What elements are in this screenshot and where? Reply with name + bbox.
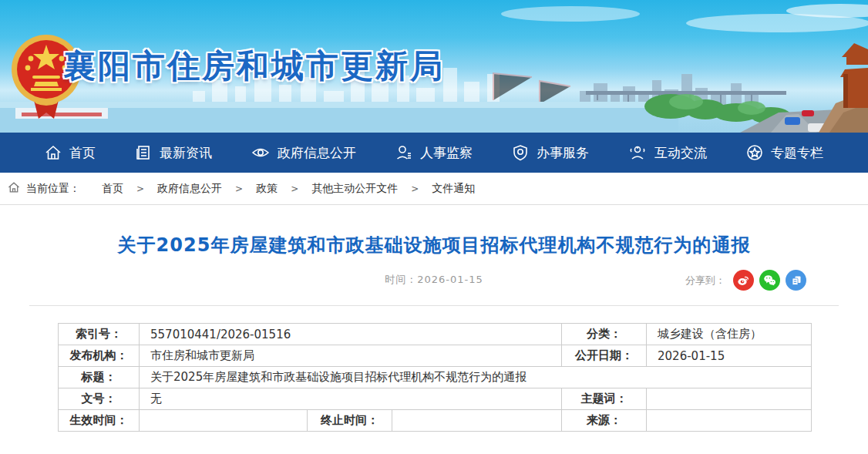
star-circle-icon: [746, 144, 763, 161]
nav-item-news[interactable]: 最新资讯: [135, 144, 212, 162]
publish-date-label: 公开日期：: [562, 345, 647, 367]
wechat-share-button[interactable]: [759, 270, 780, 291]
table-row: 标题： 关于2025年房屋建筑和市政基础设施项目招标代理机构不规范行为的通报: [59, 367, 812, 388]
doc-number-value: 无: [140, 388, 562, 410]
document-meta-table: 索引号： 557010441/2026-01516 分类： 城乡建设（含住房） …: [58, 323, 812, 432]
person-icon: [395, 144, 412, 161]
effective-date-value: [140, 410, 308, 432]
main-navigation: 首页 最新资讯 政府信息公开 人事监察 办事服务 互动交流 专题专栏: [0, 133, 868, 173]
doc-number-label: 文号：: [59, 388, 140, 410]
article-meta-row: 时间：2026-01-15 分享到：: [0, 268, 868, 291]
nav-item-special-columns[interactable]: 专题专栏: [746, 144, 823, 162]
share-label: 分享到：: [685, 274, 725, 288]
doc-title-value: 关于2025年房屋建筑和市政基础设施项目招标代理机构不规范行为的通报: [140, 367, 812, 388]
breadcrumb-link-other-public-docs[interactable]: 其他主动公开文件: [311, 182, 398, 196]
nav-item-label: 最新资讯: [160, 144, 212, 162]
share-bar: 分享到：: [685, 270, 806, 291]
expiry-date-label: 终止时间：: [308, 410, 392, 432]
keywords-label: 主题词：: [562, 388, 647, 410]
nav-item-personnel[interactable]: 人事监察: [395, 144, 473, 162]
page-title: 关于2025年房屋建筑和市政基础设施项目招标代理机构不规范行为的通报: [0, 233, 868, 257]
nav-item-label: 互动交流: [654, 144, 707, 162]
wechat-icon: [763, 274, 776, 287]
weibo-icon: [737, 274, 750, 287]
breadcrumb-separator: >: [291, 183, 298, 194]
breadcrumb-separator: >: [136, 183, 144, 194]
weibo-share-button[interactable]: [733, 270, 754, 291]
table-row: 生效时间： 终止时间： 来源：: [59, 410, 812, 432]
eye-icon: [251, 144, 270, 161]
table-row: 发布机构： 市住房和城市更新局 公开日期： 2026-01-15: [59, 345, 812, 367]
shield-icon: [512, 144, 529, 161]
breadcrumb-separator: >: [235, 183, 243, 194]
publish-date-value: 2026-01-15: [647, 345, 812, 367]
breadcrumb-link-info-disclosure[interactable]: 政府信息公开: [157, 182, 222, 196]
home-icon: [45, 144, 62, 161]
source-label: 来源：: [562, 410, 647, 432]
effective-date-label: 生效时间：: [59, 410, 140, 432]
index-number-label: 索引号：: [59, 324, 140, 345]
table-row: 文号： 无 主题词：: [59, 388, 812, 410]
nav-item-services[interactable]: 办事服务: [512, 144, 589, 162]
site-banner: 襄阳市住房和城市更新局: [0, 0, 868, 133]
nav-item-info-disclosure[interactable]: 政府信息公开: [251, 144, 356, 162]
keywords-value: [647, 388, 812, 410]
nav-item-label: 专题专栏: [771, 144, 823, 162]
news-icon: [135, 144, 152, 161]
nav-item-interaction[interactable]: 互动交流: [628, 144, 707, 162]
index-number-value: 557010441/2026-01516: [140, 324, 562, 345]
breadcrumb-link-home[interactable]: 首页: [102, 182, 123, 196]
breadcrumb-separator: >: [411, 183, 419, 194]
content-divider: [29, 305, 839, 306]
issuing-agency-label: 发布机构：: [59, 345, 140, 367]
source-value: [647, 410, 812, 432]
breadcrumb-prefix: 当前位置：: [26, 182, 80, 196]
category-label: 分类：: [562, 324, 647, 345]
publish-time-value: 2026-01-15: [417, 274, 483, 285]
site-title: 襄阳市住房和城市更新局: [63, 45, 445, 88]
nav-item-label: 首页: [69, 144, 96, 162]
nav-item-label: 办事服务: [537, 144, 589, 162]
nav-item-label: 政府信息公开: [278, 144, 356, 162]
breadcrumb-link-doc-notice[interactable]: 文件通知: [432, 182, 475, 196]
publish-time-label: 时间：: [385, 274, 417, 285]
nav-item-home[interactable]: 首页: [45, 144, 96, 162]
issuing-agency-value: 市住房和城市更新局: [140, 345, 562, 367]
table-row: 索引号： 557010441/2026-01516 分类： 城乡建设（含住房）: [59, 324, 812, 345]
breadcrumb-link-policy[interactable]: 政策: [256, 182, 278, 196]
copy-link-share-button[interactable]: [786, 270, 806, 291]
nav-item-label: 人事监察: [420, 144, 473, 162]
copy-link-icon: [790, 274, 802, 287]
doc-title-label: 标题：: [59, 367, 140, 388]
category-value: 城乡建设（含住房）: [647, 324, 812, 345]
home-icon: [8, 181, 20, 196]
breadcrumb: 当前位置： 首页 > 政府信息公开 > 政策 > 其他主动公开文件 > 文件通知: [0, 173, 868, 205]
expiry-date-value: [392, 410, 562, 432]
people-chat-icon: [628, 144, 647, 161]
